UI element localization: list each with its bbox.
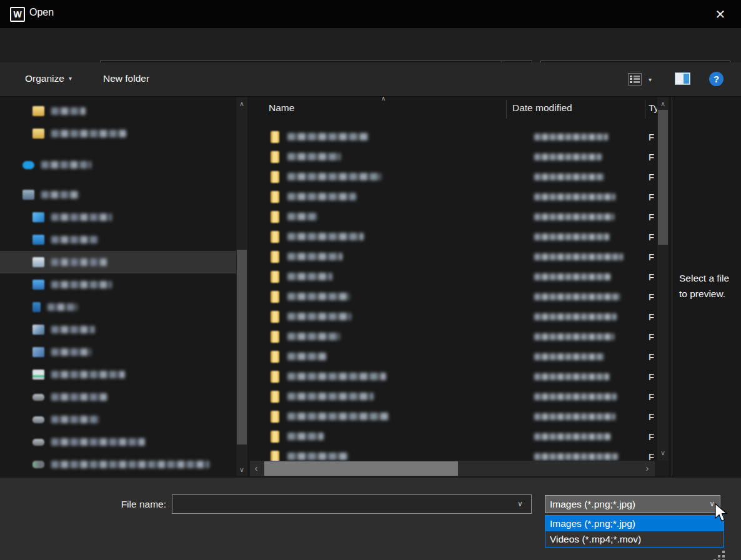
file-name-redacted	[287, 273, 332, 280]
scroll-down-icon[interactable]: ∨	[657, 447, 669, 458]
file-row[interactable]: F	[250, 227, 657, 247]
file-row[interactable]: F	[250, 287, 657, 307]
column-separator[interactable]	[506, 100, 507, 119]
sidebar-item[interactable]	[0, 251, 236, 273]
file-name-input[interactable]	[172, 494, 532, 514]
close-button[interactable]: ✕	[711, 5, 730, 24]
this-pc-icon	[22, 190, 34, 200]
word-app-icon: W	[10, 7, 25, 22]
date-modified-redacted	[534, 253, 623, 260]
resize-grip[interactable]	[722, 551, 725, 553]
horizontal-scroll-thumb[interactable]	[264, 461, 458, 476]
file-type-option[interactable]: Images (*.png;*.jpg)	[545, 516, 724, 531]
music-icon	[32, 302, 41, 312]
organize-button[interactable]: Organize▾	[25, 73, 72, 84]
file-row[interactable]: F	[250, 406, 657, 426]
file-rows: FFFFFFFFFFFFFFFFF	[250, 122, 657, 461]
scroll-right-icon[interactable]: ›	[641, 461, 654, 476]
file-row[interactable]: F	[250, 187, 657, 207]
view-caret-icon[interactable]: ▾	[649, 76, 652, 83]
sidebar-item-label-redacted	[51, 258, 109, 266]
date-modified-redacted	[534, 413, 615, 420]
date-modified-redacted	[534, 194, 615, 200]
date-modified-redacted	[534, 453, 618, 460]
organize-caret-icon: ▾	[69, 75, 72, 82]
file-name-redacted	[287, 393, 374, 400]
file-row[interactable]: F	[250, 446, 657, 461]
help-icon[interactable]: ?	[709, 72, 724, 86]
file-row[interactable]: F	[250, 267, 657, 287]
preview-pane-toggle-icon[interactable]	[675, 72, 690, 85]
sidebar-item[interactable]	[0, 431, 236, 453]
sidebar-item[interactable]	[0, 122, 236, 145]
file-row[interactable]: F	[250, 346, 657, 366]
file-type-letter: F	[649, 312, 654, 322]
file-row[interactable]: F	[250, 366, 657, 386]
file-name-redacted	[287, 353, 326, 360]
sidebar-item[interactable]	[0, 184, 236, 206]
sidebar-item[interactable]	[0, 408, 236, 431]
file-list-scrollbar[interactable]: ∧ ∨	[657, 97, 669, 461]
date-modified-redacted	[534, 233, 609, 240]
sidebar-scrollbar[interactable]: ∧ ∨	[236, 97, 247, 476]
scroll-left-icon[interactable]: ‹	[250, 461, 262, 476]
new-folder-button[interactable]: New folder	[103, 73, 149, 84]
sidebar-item-label-redacted	[51, 214, 112, 221]
file-row[interactable]: F	[250, 247, 657, 267]
scroll-up-icon[interactable]: ∧	[236, 98, 247, 109]
sidebar-item[interactable]	[0, 363, 236, 386]
sidebar-item[interactable]	[0, 206, 236, 228]
file-row[interactable]: F	[250, 127, 657, 147]
sidebar-item-label-redacted	[51, 107, 86, 115]
sidebar-item[interactable]	[0, 318, 236, 341]
file-row[interactable]: F	[250, 426, 657, 446]
sidebar-item[interactable]	[0, 341, 236, 363]
sidebar-item[interactable]	[0, 296, 236, 318]
file-list: ∧ Name Date modified Ty FFFFFFFFFFFFFFFF…	[250, 97, 657, 461]
folder-icon	[271, 191, 279, 203]
main-area: ∧ ∨ ∧ Name Date modified Ty FFFFFFFFFFFF…	[0, 97, 741, 476]
column-header-date-modified[interactable]: Date modified	[512, 102, 572, 114]
sidebar-item-label-redacted	[51, 326, 95, 333]
date-modified-redacted	[534, 293, 620, 300]
file-name-redacted	[287, 453, 349, 460]
sidebar-item[interactable]	[0, 100, 236, 122]
date-modified-redacted	[534, 433, 610, 440]
sidebar-scroll-thumb[interactable]	[237, 250, 247, 445]
scroll-down-icon[interactable]: ∨	[236, 464, 247, 475]
file-row[interactable]: F	[250, 386, 657, 406]
file-type-letter: F	[649, 292, 654, 302]
date-modified-redacted	[534, 373, 609, 380]
sidebar-item-label-redacted	[51, 236, 98, 243]
file-type-select[interactable]: Images (*.png;*.jpg) ∨	[545, 495, 720, 513]
file-row[interactable]: F	[250, 147, 657, 167]
file-row[interactable]: F	[250, 207, 657, 227]
column-header-name[interactable]: Name	[269, 102, 294, 114]
sidebar-item-label-redacted	[51, 281, 112, 288]
file-type-letter: F	[649, 411, 654, 422]
file-name-redacted	[287, 293, 350, 300]
date-modified-redacted	[534, 313, 617, 320]
sidebar-item[interactable]	[0, 386, 236, 408]
file-type-option[interactable]: Videos (*.mp4;*.mov)	[545, 531, 724, 547]
sidebar-item[interactable]	[0, 273, 236, 296]
column-separator[interactable]	[645, 100, 645, 119]
change-view-icon[interactable]	[628, 73, 642, 86]
list-scroll-thumb[interactable]	[658, 110, 668, 245]
scroll-up-icon[interactable]: ∧	[657, 98, 669, 109]
file-row[interactable]: F	[250, 327, 657, 346]
sidebar-item[interactable]	[0, 453, 236, 476]
file-row[interactable]: F	[250, 307, 657, 327]
folder-icon	[271, 331, 279, 343]
sidebar-item[interactable]	[0, 154, 236, 176]
date-modified-redacted	[534, 393, 617, 400]
sort-ascending-icon: ∧	[381, 97, 385, 102]
file-type-dropdown-list: Images (*.png;*.jpg)Videos (*.mp4;*.mov)	[545, 515, 724, 548]
file-row[interactable]: F	[250, 167, 657, 187]
documents-icon	[32, 257, 44, 267]
file-type-letter: F	[649, 451, 654, 461]
sidebar-item[interactable]	[0, 228, 236, 251]
horizontal-scrollbar[interactable]: ‹ ›	[250, 461, 655, 476]
column-header-type[interactable]: Ty	[649, 102, 657, 114]
drive-icon	[32, 394, 44, 401]
